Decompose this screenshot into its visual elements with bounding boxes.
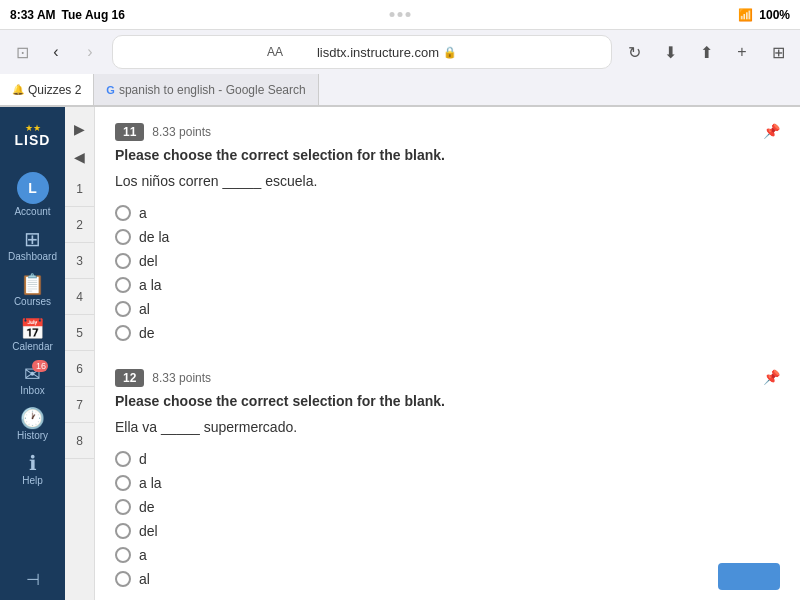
sub-nav-item-1[interactable]: 1 — [65, 171, 95, 207]
q12-radio-1[interactable] — [115, 475, 131, 491]
download-button[interactable]: ⬇ — [656, 38, 684, 66]
q11-radio-0[interactable] — [115, 205, 131, 221]
logo-text: LISD — [15, 133, 51, 147]
question-11-number: 11 — [115, 123, 144, 141]
q12-radio-4[interactable] — [115, 547, 131, 563]
q11-option-0-label: a — [139, 205, 147, 221]
share-button[interactable]: ⬆ — [692, 38, 720, 66]
q11-radio-2[interactable] — [115, 253, 131, 269]
new-tab-button[interactable]: + — [728, 38, 756, 66]
account-label: Account — [14, 206, 50, 217]
q11-option-5-label: de — [139, 325, 155, 341]
address-bar[interactable]: AA lisdtx.instructure.com 🔒 — [112, 35, 612, 69]
tab-google-search[interactable]: G spanish to english - Google Search — [94, 74, 318, 105]
q11-option-0[interactable]: a — [115, 201, 780, 225]
question-12-number: 12 — [115, 369, 144, 387]
history-icon: 🕐 — [20, 408, 45, 428]
q11-radio-1[interactable] — [115, 229, 131, 245]
tab-quizzes[interactable]: 🔔 Quizzes 2 — [0, 74, 94, 105]
question-11-points: 8.33 points — [152, 125, 211, 139]
question-12-pin-icon[interactable]: 📌 — [763, 369, 780, 385]
q12-radio-0[interactable] — [115, 451, 131, 467]
sub-nav-expand[interactable]: ▶ — [65, 115, 95, 143]
quiz-content-area[interactable]: 11 8.33 points 📌 Please choose the corre… — [95, 107, 800, 600]
q11-option-4-label: al — [139, 301, 150, 317]
aa-text: AA — [267, 45, 283, 59]
avatar: L — [17, 172, 49, 204]
dashboard-icon: ⊞ — [24, 229, 41, 249]
question-11-sentence: Los niños corren _____ escuela. — [115, 173, 780, 189]
q11-radio-4[interactable] — [115, 301, 131, 317]
q12-option-0-label: d — [139, 451, 147, 467]
sidebar-item-inbox[interactable]: ✉ 16 Inbox — [0, 358, 65, 402]
q12-radio-5[interactable] — [115, 571, 131, 587]
sub-nav-item-7[interactable]: 7 — [65, 387, 95, 423]
q11-radio-3[interactable] — [115, 277, 131, 293]
sidebar-item-history[interactable]: 🕐 History — [0, 402, 65, 447]
time-display: 8:33 AM — [10, 8, 56, 22]
sidebar-item-help[interactable]: ℹ Help — [0, 447, 65, 492]
forward-button[interactable]: › — [76, 38, 104, 66]
courses-icon: 📋 — [20, 274, 45, 294]
q12-radio-2[interactable] — [115, 499, 131, 515]
q11-option-1[interactable]: de la — [115, 225, 780, 249]
sub-nav-item-4[interactable]: 4 — [65, 279, 95, 315]
sidebar-item-courses[interactable]: 📋 Courses — [0, 268, 65, 313]
sub-nav-item-3[interactable]: 3 — [65, 243, 95, 279]
question-11-pin-icon[interactable]: 📌 — [763, 123, 780, 139]
question-11-header: 11 8.33 points 📌 — [115, 123, 780, 141]
tabs-overview-button[interactable]: ⊞ — [764, 38, 792, 66]
inbox-label: Inbox — [20, 385, 44, 396]
browser-actions: ↻ ⬇ ⬆ + ⊞ — [620, 38, 792, 66]
q12-option-3-label: del — [139, 523, 158, 539]
inbox-badge: 16 — [32, 360, 48, 372]
help-label: Help — [22, 475, 43, 486]
sidebar-nav: L Account ⊞ Dashboard 📋 Courses 📅 Calend… — [0, 162, 65, 567]
sidebar-toggle-button[interactable]: ⊡ — [8, 38, 36, 66]
q11-option-3[interactable]: a la — [115, 273, 780, 297]
sidebar-item-calendar[interactable]: 📅 Calendar — [0, 313, 65, 358]
question-11-block: 11 8.33 points 📌 Please choose the corre… — [115, 123, 780, 345]
sub-nav-item-5[interactable]: 5 — [65, 315, 95, 351]
collapse-button[interactable]: ⊣ — [18, 567, 48, 591]
help-icon: ℹ — [29, 453, 37, 473]
question-11-options: a de la del a la — [115, 201, 780, 345]
q11-option-1-label: de la — [139, 229, 169, 245]
q12-option-0[interactable]: d — [115, 447, 780, 471]
q12-radio-3[interactable] — [115, 523, 131, 539]
url-text: lisdtx.instructure.com — [317, 45, 439, 60]
courses-label: Courses — [14, 296, 51, 307]
sub-nav-collapse[interactable]: ◀ — [65, 143, 95, 171]
scroll-button[interactable] — [718, 563, 780, 590]
quiz-content: 11 8.33 points 📌 Please choose the corre… — [95, 107, 800, 600]
q12-option-5[interactable]: al — [115, 567, 780, 591]
q11-option-2[interactable]: del — [115, 249, 780, 273]
question-12-header: 12 8.33 points 📌 — [115, 369, 780, 387]
canvas-sidebar: ★★ LISD L Account ⊞ Dashboard 📋 Courses … — [0, 107, 65, 600]
q12-option-2[interactable]: de — [115, 495, 780, 519]
sidebar-item-dashboard[interactable]: ⊞ Dashboard — [0, 223, 65, 268]
lock-icon: 🔒 — [443, 46, 457, 59]
sub-nav-item-2[interactable]: 2 — [65, 207, 95, 243]
back-button[interactable]: ‹ — [42, 38, 70, 66]
q12-option-1[interactable]: a la — [115, 471, 780, 495]
sub-nav-item-6[interactable]: 6 — [65, 351, 95, 387]
wifi-icon: 📶 — [738, 8, 753, 22]
tab-label-quizzes: Quizzes 2 — [28, 83, 81, 97]
sidebar-item-account[interactable]: L Account — [0, 166, 65, 223]
question-11-instruction: Please choose the correct selection for … — [115, 147, 780, 163]
dashboard-label: Dashboard — [8, 251, 57, 262]
q11-radio-5[interactable] — [115, 325, 131, 341]
sub-nav-item-8[interactable]: 8 — [65, 423, 95, 459]
calendar-icon: 📅 — [20, 319, 45, 339]
q12-option-4[interactable]: a — [115, 543, 780, 567]
history-label: History — [17, 430, 48, 441]
q11-option-4[interactable]: al — [115, 297, 780, 321]
tab-favicon-google: G — [106, 84, 115, 96]
reload-button[interactable]: ↻ — [620, 38, 648, 66]
question-12-options: d a la de del — [115, 447, 780, 591]
q12-option-3[interactable]: del — [115, 519, 780, 543]
q11-option-2-label: del — [139, 253, 158, 269]
q11-option-5[interactable]: de — [115, 321, 780, 345]
browser-chrome: ⊡ ‹ › AA lisdtx.instructure.com 🔒 ↻ ⬇ ⬆ … — [0, 30, 800, 107]
